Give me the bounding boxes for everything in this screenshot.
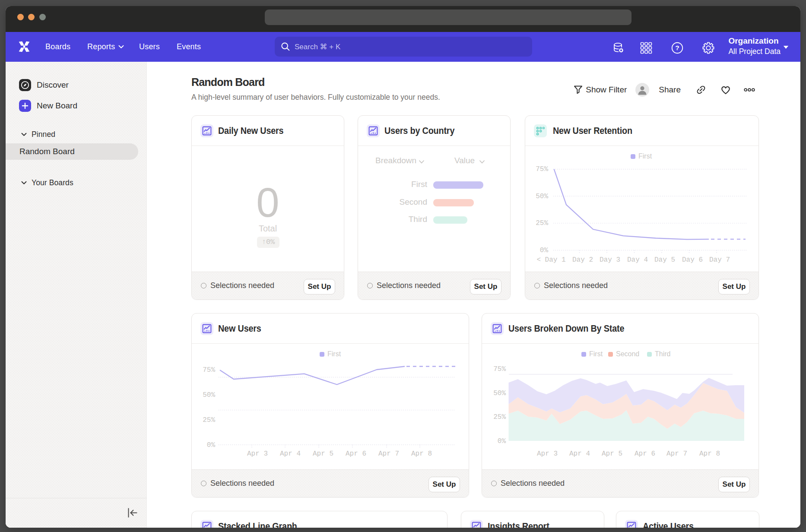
svg-text:?: ?	[675, 44, 679, 51]
